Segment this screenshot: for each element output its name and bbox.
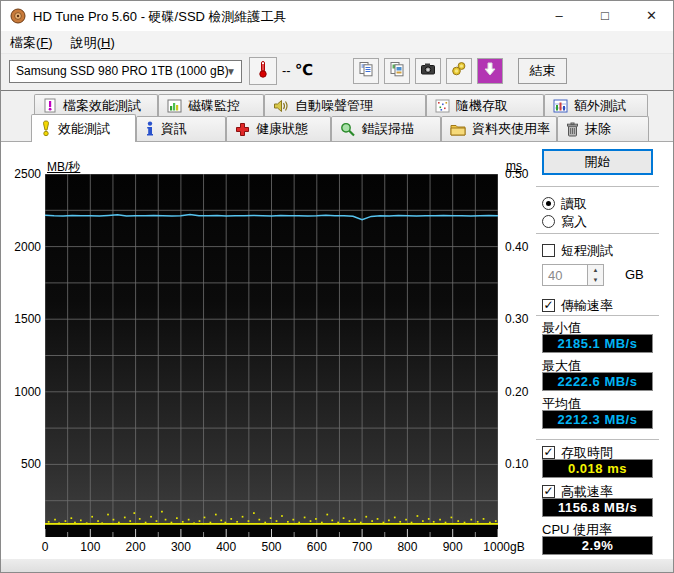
transfer-rate-label: 傳輸速率 xyxy=(561,297,613,315)
y-axis-left-tick: 1500 xyxy=(5,312,41,326)
temperature-button[interactable] xyxy=(249,57,277,85)
copy-image-icon xyxy=(389,61,405,81)
extra-tests-icon xyxy=(553,99,568,113)
x-axis-tick: 700 xyxy=(352,540,372,554)
read-radio-label: 讀取 xyxy=(561,195,587,213)
capacity-unit: GB xyxy=(625,267,644,282)
tab-資料夾使用率[interactable]: 資料夾使用率 xyxy=(441,116,557,141)
menu-bar: 檔案(F)說明(H) xyxy=(1,31,673,54)
min-value: 2185.1 MB/s xyxy=(542,334,653,353)
y-axis-right-tick: 0.40 xyxy=(505,240,528,254)
checkbox-icon: ✓ xyxy=(542,485,555,498)
tab-磁碟監控[interactable]: 磁碟監控 xyxy=(158,94,264,116)
menu-item-help[interactable]: 說明(H) xyxy=(62,31,124,54)
tab-label: 自動噪聲管理 xyxy=(295,97,373,115)
exit-button[interactable]: 結束 xyxy=(518,58,567,84)
temperature-value: -- xyxy=(282,63,291,78)
x-axis-tick: 900 xyxy=(443,540,463,554)
start-button[interactable]: 開始 xyxy=(542,149,653,175)
checkbox-icon: ✓ xyxy=(542,446,555,459)
tab-strip: 檔案效能測試磁碟監控自動噪聲管理隨機存取額外測試效能測試資訊健康狀態錯誤掃描資料… xyxy=(1,91,673,141)
doc-exclamation-icon xyxy=(43,98,57,113)
x-axis-tick: 1000gB xyxy=(483,540,524,554)
menu-item-file[interactable]: 檔案(F) xyxy=(1,31,62,54)
short-test-checkbox[interactable]: 短程測試 xyxy=(542,242,613,259)
x-axis-tick: 0 xyxy=(42,540,49,554)
tab-檔案效能測試[interactable]: 檔案效能測試 xyxy=(34,94,158,116)
tab-健康狀態[interactable]: 健康狀態 xyxy=(226,116,331,141)
health-cross-icon xyxy=(235,122,250,137)
x-axis-tick: 800 xyxy=(397,540,417,554)
tab-label: 檔案效能測試 xyxy=(63,97,141,115)
y-axis-left-tick: 2000 xyxy=(5,240,41,254)
y-axis-left-tick: 1000 xyxy=(5,385,41,399)
camera-icon xyxy=(420,61,436,81)
tab-label: 效能測試 xyxy=(58,120,110,138)
drive-select-value: Samsung SSD 980 PRO 1TB (1000 gB) xyxy=(16,64,229,78)
copy-text-button[interactable] xyxy=(353,58,379,84)
spinner-arrows-icon[interactable]: ▲▼ xyxy=(587,265,603,285)
tab-label: 額外測試 xyxy=(574,97,626,115)
tab-自動噪聲管理[interactable]: 自動噪聲管理 xyxy=(264,94,426,116)
tab-label: 隨機存取 xyxy=(456,97,508,115)
y-axis-right-tick: 0.50 xyxy=(505,167,528,181)
camera-button[interactable] xyxy=(415,58,441,84)
tab-效能測試[interactable]: 效能測試 xyxy=(31,114,136,142)
tab-抹除[interactable]: 抹除 xyxy=(557,116,649,141)
app-icon xyxy=(10,8,26,24)
burst-rate-value: 1156.8 MB/s xyxy=(542,498,653,517)
radio-icon xyxy=(542,215,555,228)
toolbar: Samsung SSD 980 PRO 1TB (1000 gB) ▼ -- ℃… xyxy=(1,54,673,91)
read-radio[interactable]: 讀取 xyxy=(542,195,587,212)
separator xyxy=(536,439,659,440)
y-axis-right-tick: 0.10 xyxy=(505,457,528,471)
tab-label: 磁碟監控 xyxy=(188,97,240,115)
disk-monitor-icon xyxy=(167,99,182,113)
checkbox-icon: ✓ xyxy=(542,299,555,312)
drive-select[interactable]: Samsung SSD 980 PRO 1TB (1000 gB) ▼ xyxy=(9,60,242,83)
speaker-icon xyxy=(273,99,289,113)
radio-icon xyxy=(542,197,555,210)
y-axis-left-tick: 500 xyxy=(5,457,41,471)
info-icon xyxy=(145,121,155,137)
tab-隨機存取[interactable]: 隨機存取 xyxy=(426,94,544,116)
down-arrow-button[interactable] xyxy=(477,58,503,84)
save-results-button[interactable] xyxy=(446,58,472,84)
tab-label: 錯誤掃描 xyxy=(362,120,414,138)
write-radio-label: 寫入 xyxy=(561,213,587,231)
tab-label: 資料夾使用率 xyxy=(472,120,550,138)
max-value: 2222.6 MB/s xyxy=(542,372,653,391)
tab-資訊[interactable]: 資訊 xyxy=(136,116,226,141)
tab-錯誤掃描[interactable]: 錯誤掃描 xyxy=(331,116,441,141)
exclamation-icon xyxy=(40,120,52,137)
x-axis-tick: 500 xyxy=(261,540,281,554)
x-axis-tick: 600 xyxy=(307,540,327,554)
y-axis-right-tick: 0.30 xyxy=(505,312,528,326)
minimize-button[interactable]: – xyxy=(536,1,582,31)
capacity-value: 40 xyxy=(548,268,562,283)
x-axis-tick: 100 xyxy=(80,540,100,554)
capacity-stepper[interactable]: 40 ▲▼ xyxy=(542,264,604,286)
tab-額外測試[interactable]: 額外測試 xyxy=(544,94,648,116)
y-axis-left-tick: 2500 xyxy=(5,167,41,181)
x-axis-tick: 300 xyxy=(171,540,191,554)
transfer-rate-checkbox[interactable]: ✓ 傳輸速率 xyxy=(542,297,613,314)
avg-value: 2212.3 MB/s xyxy=(542,410,653,429)
cpu-usage-value: 2.9% xyxy=(542,536,653,555)
y-axis-right-tick: 0.20 xyxy=(505,385,528,399)
save-results-icon xyxy=(451,61,467,81)
copy-image-button[interactable] xyxy=(384,58,410,84)
benchmark-chart xyxy=(45,174,498,537)
random-access-icon xyxy=(435,99,450,113)
benchmark-tab-page: MB/秒 ms 25002000150010005000.500.400.300… xyxy=(1,141,674,559)
x-axis-tick: 200 xyxy=(126,540,146,554)
trash-icon xyxy=(566,122,579,137)
close-button[interactable]: ✕ xyxy=(628,1,674,31)
folder-icon xyxy=(450,123,466,136)
write-radio[interactable]: 寫入 xyxy=(542,213,587,230)
short-test-label: 短程測試 xyxy=(561,242,613,260)
down-arrow-icon xyxy=(482,61,498,81)
maximize-button[interactable]: □ xyxy=(582,1,628,31)
magnifier-icon xyxy=(340,122,356,137)
temperature-unit: ℃ xyxy=(295,61,313,79)
